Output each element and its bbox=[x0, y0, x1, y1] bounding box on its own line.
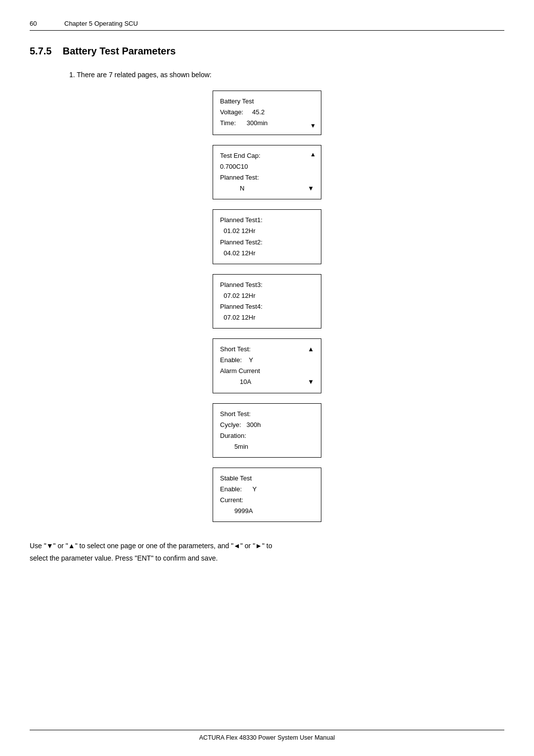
panel2-line2: 0.700C10 bbox=[220, 161, 314, 172]
panel6-line4: 5min bbox=[220, 441, 314, 452]
panel3-line4: 04.02 12Hr bbox=[220, 248, 314, 259]
panels-column: Battery Test Voltage: 45.2 Time: 300min … bbox=[30, 91, 504, 522]
panel7-line3: Current: bbox=[220, 495, 314, 506]
section-number: 5.7.5 bbox=[30, 46, 51, 56]
panel1-line1: Battery Test bbox=[220, 96, 314, 107]
page-container: 60 Chapter 5 Operating SCU 5.7.5 Battery… bbox=[0, 0, 534, 756]
down-arrow-icon2: ▼ bbox=[308, 183, 314, 194]
panel-short-test-cycle: Short Test: Cyclye: 300h Duration: 5min bbox=[213, 403, 321, 458]
panel6-line2: Cyclye: 300h bbox=[220, 420, 314, 430]
up-arrow-icon3: ▲ bbox=[308, 344, 314, 355]
chapter-title: Chapter 5 Operating SCU bbox=[64, 20, 138, 27]
panel2-line3: Planned Test: bbox=[220, 172, 314, 183]
intro-text: 1. There are 7 related pages, as shown b… bbox=[69, 71, 504, 79]
panel3-line1: Planned Test1: bbox=[220, 215, 314, 226]
panel3-line2: 01.02 12Hr bbox=[220, 226, 314, 236]
panel6-line1: Short Test: bbox=[220, 409, 314, 420]
panel5-title-row: Short Test: ▲ bbox=[220, 344, 314, 355]
panel7-line2: Enable: Y bbox=[220, 484, 314, 495]
panel-test-end-cap: ▲ Test End Cap: 0.700C10 Planned Test: N… bbox=[213, 145, 321, 199]
footer-line2: select the parameter value. Press "ENT" … bbox=[30, 552, 504, 565]
panel2-n-value: N bbox=[220, 183, 244, 194]
panel-stable-test: Stable Test Enable: Y Current: 9999A bbox=[213, 468, 321, 522]
page-footer-text: ACTURA Flex 48330 Power System User Manu… bbox=[199, 734, 335, 741]
panel-planned-test-34: Planned Test3: 07.02 12Hr Planned Test4:… bbox=[213, 274, 321, 329]
panel-battery-test: Battery Test Voltage: 45.2 Time: 300min … bbox=[213, 91, 321, 135]
panel3-line3: Planned Test2: bbox=[220, 237, 314, 248]
panel1-line2: Voltage: 45.2 bbox=[220, 107, 314, 118]
panel1-line3: Time: 300min bbox=[220, 118, 314, 129]
section-heading: Battery Test Parameters bbox=[63, 46, 176, 56]
header-line: 60 Chapter 5 Operating SCU bbox=[30, 20, 504, 31]
panel4-line1: Planned Test3: bbox=[220, 280, 314, 290]
panel5-line3: Alarm Current bbox=[220, 366, 314, 377]
panel5-line2: Enable: Y bbox=[220, 355, 314, 366]
footer-line1: Use "▼" or "▲" to select one page or one… bbox=[30, 540, 504, 552]
page-number: 60 bbox=[30, 20, 44, 27]
panel5-title: Short Test: bbox=[220, 344, 251, 355]
down-arrow-icon: ▼ bbox=[310, 121, 316, 131]
panel2-line4-row: N ▼ bbox=[220, 183, 314, 194]
section-title: 5.7.5 Battery Test Parameters bbox=[30, 46, 504, 57]
panel6-line3: Duration: bbox=[220, 430, 314, 441]
up-arrow-icon: ▲ bbox=[310, 149, 316, 159]
panel4-line3: Planned Test4: bbox=[220, 301, 314, 312]
panel5-line4-row: 10A ▼ bbox=[220, 377, 314, 387]
panel4-line4: 07.02 12Hr bbox=[220, 312, 314, 323]
panel5-current-value: 10A bbox=[220, 377, 251, 387]
panel-short-test-enable: Short Test: ▲ Enable: Y Alarm Current 10… bbox=[213, 338, 321, 393]
footer-text-block: Use "▼" or "▲" to select one page or one… bbox=[30, 540, 504, 565]
down-arrow-icon4: ▼ bbox=[308, 377, 314, 387]
panel2-line1: Test End Cap: bbox=[220, 150, 314, 161]
panel7-line4: 9999A bbox=[220, 506, 314, 517]
page-footer-bar: ACTURA Flex 48330 Power System User Manu… bbox=[30, 730, 504, 741]
panel4-line2: 07.02 12Hr bbox=[220, 290, 314, 301]
panel-planned-test-12: Planned Test1: 01.02 12Hr Planned Test2:… bbox=[213, 209, 321, 264]
panel7-line1: Stable Test bbox=[220, 473, 314, 484]
